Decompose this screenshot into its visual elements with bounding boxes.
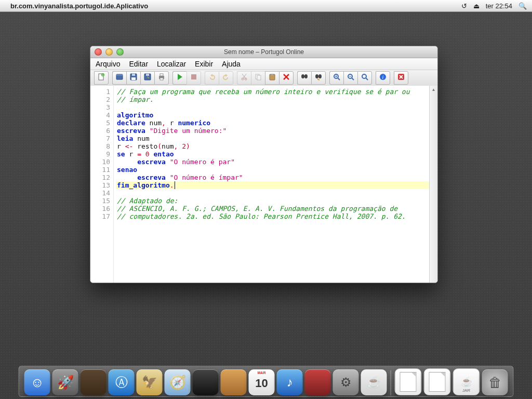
svg-point-24 <box>318 74 322 78</box>
zoom-button[interactable] <box>116 48 124 56</box>
svg-rect-11 <box>160 74 163 76</box>
code-line[interactable]: se r = 0 entao <box>116 150 437 158</box>
new-file-button[interactable]: + <box>94 71 109 85</box>
dock-safari[interactable]: 🧭 <box>165 369 191 395</box>
dock-itunes[interactable]: ♪ <box>277 369 303 395</box>
code-line[interactable]: fim_algoritmo. <box>116 181 437 189</box>
window-titlebar[interactable]: Sem nome – Portugol Online <box>90 46 437 58</box>
cut-icon <box>240 73 248 83</box>
line-number: 15 <box>90 197 110 205</box>
app-window: Sem nome – Portugol Online Arquivo Edita… <box>90 46 438 283</box>
menu-find[interactable]: Localizar <box>157 60 186 68</box>
clock[interactable]: ter 22:54 <box>486 2 512 10</box>
line-number: 9 <box>90 150 110 158</box>
scroll-up-icon[interactable]: ▲ <box>430 86 437 94</box>
menu-help[interactable]: Ajuda <box>222 60 241 68</box>
dock-contacts[interactable] <box>221 369 247 395</box>
code-line[interactable]: escreva "O número é ímpar" <box>116 174 437 181</box>
info-button[interactable]: i <box>376 71 390 85</box>
dock-jar[interactable]: JAR☕ <box>453 368 480 395</box>
save-icon <box>129 73 138 83</box>
dock-mission-control[interactable] <box>81 369 107 395</box>
line-gutter: 1234567891011121314151617 <box>90 86 114 283</box>
dock-trash[interactable]: 🗑 <box>482 369 508 395</box>
line-number: 1 <box>90 88 110 96</box>
redo-icon <box>222 73 230 83</box>
line-number: 8 <box>90 142 110 150</box>
print-icon <box>157 73 166 83</box>
info-icon: i <box>379 73 387 83</box>
undo-icon <box>208 73 216 83</box>
code-line[interactable]: algoritmo <box>116 111 437 119</box>
svg-rect-4 <box>116 74 123 76</box>
code-line[interactable]: declare num, r numerico <box>116 119 437 127</box>
dock-portugol[interactable] <box>305 369 331 395</box>
copy-icon <box>254 73 262 83</box>
delete-button[interactable] <box>279 71 294 85</box>
replace-button[interactable] <box>311 71 326 85</box>
line-number: 16 <box>90 205 110 212</box>
undo-button <box>205 71 219 85</box>
code-line[interactable]: senao <box>116 166 437 174</box>
save-as-button[interactable] <box>140 71 154 85</box>
replace-icon <box>314 73 323 83</box>
close-button[interactable] <box>95 48 102 56</box>
code-line[interactable]: // Faça um programa que receba um número… <box>116 88 437 96</box>
dock-doc1[interactable] <box>395 368 422 395</box>
code-line[interactable]: // ímpar. <box>116 96 437 103</box>
code-editor[interactable]: 1234567891011121314151617 // Faça um pro… <box>90 86 437 283</box>
eject-icon[interactable]: ⏏ <box>473 2 480 10</box>
vertical-scrollbar[interactable]: ▲ <box>429 86 437 283</box>
code-line[interactable]: leia num <box>116 135 437 142</box>
run-button[interactable] <box>172 71 187 85</box>
zoom-out-button[interactable] <box>343 71 357 85</box>
menu-view[interactable]: Exibir <box>195 60 213 68</box>
code-line[interactable]: // ASCENCIO, A. F. G.; CAMPOS, E. A. V. … <box>116 205 437 212</box>
app-name[interactable]: br.com.vinyanalista.portugol.ide.Aplicat… <box>10 2 148 10</box>
svg-rect-13 <box>191 74 196 79</box>
paste-button[interactable] <box>265 71 279 85</box>
open-button[interactable] <box>112 71 126 85</box>
code-line[interactable]: // Adaptado de: <box>116 197 437 205</box>
exit-button[interactable] <box>394 71 408 85</box>
code-line[interactable]: escreva "Digite um número:" <box>116 127 437 135</box>
dock-preferences[interactable]: ⚙ <box>333 369 359 395</box>
code-line[interactable]: escreva "O número é par" <box>116 158 437 166</box>
time-machine-icon[interactable]: ↺ <box>461 2 467 10</box>
dock-java[interactable]: ☕ <box>361 369 387 395</box>
redo-button <box>219 71 233 85</box>
print-button[interactable] <box>154 71 169 85</box>
zoom-reset-button[interactable] <box>357 71 372 85</box>
cut-button <box>237 71 251 85</box>
menu-edit[interactable]: Editar <box>129 60 148 68</box>
dock-mail[interactable]: 🦅 <box>137 369 163 395</box>
dock-doc2[interactable] <box>424 368 451 395</box>
dock-calendar[interactable]: MAR10 <box>249 369 275 395</box>
zoom-in-button[interactable] <box>329 71 343 85</box>
svg-rect-17 <box>257 75 261 80</box>
code-line[interactable]: // computadores. 2a. ed. São Paulo: Pear… <box>116 212 437 220</box>
spotlight-icon[interactable]: 🔍 <box>518 2 527 10</box>
dock-finder[interactable]: ☺ <box>24 369 50 395</box>
find-icon <box>300 73 309 83</box>
window-title: Sem nome – Portugol Online <box>224 48 304 56</box>
line-number: 10 <box>90 158 110 166</box>
dock-launchpad[interactable]: 🚀 <box>52 369 78 395</box>
minimize-button[interactable] <box>105 48 113 56</box>
run-icon <box>176 73 184 83</box>
code-line[interactable]: r <- resto(num, 2) <box>116 142 437 150</box>
code-area[interactable]: // Faça um programa que receba um número… <box>114 86 437 283</box>
svg-rect-22 <box>304 76 305 77</box>
save-button[interactable] <box>126 71 140 85</box>
stop-icon <box>190 73 198 83</box>
code-line[interactable] <box>116 103 437 111</box>
code-line[interactable] <box>116 189 437 197</box>
text-cursor <box>175 181 179 189</box>
svg-rect-12 <box>160 78 163 80</box>
svg-point-27 <box>362 74 366 78</box>
dock-facetime[interactable] <box>193 369 219 395</box>
line-number: 3 <box>90 103 110 111</box>
menu-file[interactable]: Arquivo <box>96 60 120 68</box>
find-button[interactable] <box>297 71 311 85</box>
dock-app-store[interactable]: Ⓐ <box>109 369 135 395</box>
